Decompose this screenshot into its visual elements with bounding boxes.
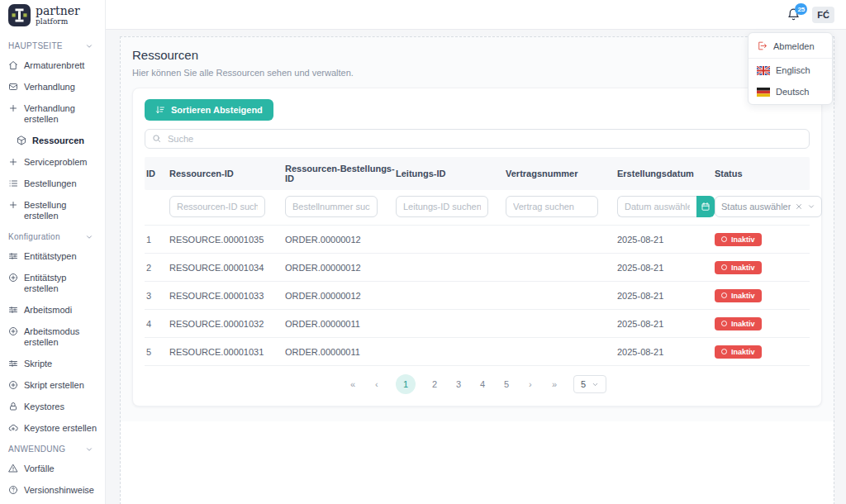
user-avatar[interactable]: FĆ <box>812 7 834 23</box>
pagination-page-4[interactable]: 4 <box>478 379 487 389</box>
page-title: Ressourcen <box>132 48 822 62</box>
cell-order-id: ORDER.00000011 <box>285 319 396 329</box>
notification-count-badge: 25 <box>795 3 807 15</box>
cell-id: 2 <box>145 263 169 273</box>
sidebar-item-ressourcen[interactable]: Ressourcen <box>8 136 105 146</box>
sidebar-item-keystores[interactable]: Keystores <box>8 402 105 412</box>
column-header-contract: Vertragsnummer <box>506 169 617 178</box>
sidebar-item-armaturenbrett[interactable]: Armaturenbrett <box>8 60 105 71</box>
sidebar-item-label: Skripte <box>24 359 52 369</box>
page-size-select[interactable]: 5 <box>573 375 606 393</box>
sidebar-item-bestellungen[interactable]: Bestellungen <box>8 178 105 189</box>
pagination-page-3[interactable]: 3 <box>454 379 463 389</box>
sidebar-item-label: Skript erstellen <box>24 380 84 391</box>
pagination-page-1[interactable]: 1 <box>396 374 416 394</box>
pagination-page-5[interactable]: 5 <box>501 379 511 389</box>
status-badge-label: Inaktiv <box>731 348 755 356</box>
sidebar-item-entitaetstyp-erstellen[interactable]: Entitätstyp erstellen <box>8 273 105 294</box>
main-content: Ressourcen Hier können Sie alle Ressourc… <box>106 30 846 504</box>
sort-descending-button[interactable]: Sortieren Absteigend <box>145 99 273 121</box>
sidebar-item-skripte[interactable]: Skripte <box>8 359 105 369</box>
brand-logo[interactable]: partner platform <box>8 4 105 26</box>
plus-icon <box>8 103 18 113</box>
table-row[interactable]: 1 RESOURCE.00001035 ORDER.00000012 2025-… <box>145 226 810 254</box>
pagination-page-2[interactable]: 2 <box>430 379 440 389</box>
logout-menu-item[interactable]: Abmelden <box>749 35 832 57</box>
sidebar-item-label: Ressourcen <box>32 136 84 146</box>
search-bar <box>145 129 810 149</box>
logout-icon <box>757 40 768 51</box>
status-badge-label: Inaktiv <box>731 235 755 244</box>
cloud-plus-icon <box>8 423 18 433</box>
sidebar-item-skript-erstellen[interactable]: Skript erstellen <box>8 380 105 391</box>
resource-id-filter-input[interactable] <box>169 196 265 217</box>
language-german-menu-item[interactable]: Deutsch <box>749 81 832 102</box>
inactive-ring-icon <box>721 264 727 270</box>
page-subtitle: Hier können Sie alle Ressourcen sehen un… <box>132 68 822 78</box>
table-row[interactable]: 5 RESOURCE.00001031 ORDER.00000011 2025-… <box>145 338 810 366</box>
table-row[interactable]: 4 RESOURCE.00001032 ORDER.00000011 2025-… <box>145 310 810 338</box>
sidebar-item-label: Keystore erstellen <box>24 423 97 434</box>
cell-created: 2025-08-21 <box>617 263 715 273</box>
sidebar-item-label: Keystores <box>24 402 64 412</box>
pagination: « ‹ 1 2 3 4 5 › » 5 <box>145 374 810 397</box>
sidebar-item-arbeitsmodi[interactable]: Arbeitsmodi <box>8 305 105 316</box>
logout-label: Abmelden <box>773 41 815 51</box>
clear-icon[interactable] <box>795 202 803 211</box>
search-input[interactable] <box>145 129 810 149</box>
plus-icon <box>8 157 18 167</box>
sidebar-item-verhandlung[interactable]: Verhandlung <box>8 82 105 93</box>
calendar-button[interactable] <box>696 196 715 217</box>
page-size-value: 5 <box>581 379 586 389</box>
pagination-first-button[interactable]: « <box>348 379 358 389</box>
pagination-last-button[interactable]: » <box>549 379 559 389</box>
sliders-icon <box>8 305 18 315</box>
sidebar-section-anwendung[interactable]: ANWENDUNG <box>8 445 105 454</box>
chevron-down-icon <box>592 381 599 388</box>
chevron-down-icon <box>85 233 93 241</box>
order-number-filter-input[interactable] <box>285 196 378 217</box>
sidebar-item-label: Entitätstypen <box>24 251 77 262</box>
main-column: 25 FĆ Abmelden Englisch De <box>106 0 846 504</box>
sidebar-section-konfiguration[interactable]: Konfiguration <box>8 232 105 241</box>
empty-content-area <box>121 421 834 504</box>
warning-icon <box>8 464 18 473</box>
inactive-ring-icon <box>721 321 727 326</box>
sidebar-item-label: Vorfälle <box>24 464 55 474</box>
sidebar-item-vorfaelle[interactable]: Vorfälle <box>8 464 105 474</box>
pagination-next-button[interactable]: › <box>525 379 535 389</box>
table-filter-row: Status auswählen <box>145 190 810 226</box>
pagination-prev-button[interactable]: ‹ <box>372 379 382 389</box>
sidebar-section-hauptseite[interactable]: HAUPTSEITE <box>8 41 105 50</box>
sidebar-item-keystore-erstellen[interactable]: Keystore erstellen <box>8 423 105 434</box>
sidebar-item-entitaetstypen[interactable]: Entitätstypen <box>8 251 105 262</box>
status-badge: Inaktiv <box>715 345 762 359</box>
sliders-icon <box>8 359 18 368</box>
table-row[interactable]: 3 RESOURCE.00001033 ORDER.00000012 2025-… <box>145 282 810 310</box>
column-header-id: ID <box>145 169 169 178</box>
cell-order-id: ORDER.00000012 <box>285 263 396 273</box>
inactive-ring-icon <box>721 349 727 354</box>
notifications-button[interactable]: 25 <box>787 7 801 21</box>
brand-logo-icon <box>8 4 31 26</box>
status-badge-label: Inaktiv <box>731 320 755 328</box>
menu-divider <box>749 58 832 59</box>
language-english-menu-item[interactable]: Englisch <box>749 59 832 81</box>
column-header-created: Erstellungsdatum <box>617 169 715 178</box>
table-row[interactable]: 2 RESOURCE.00001034 ORDER.00000012 2025-… <box>145 254 810 282</box>
line-id-filter-input[interactable] <box>396 196 488 217</box>
uk-flag-icon <box>757 66 770 75</box>
status-filter-select[interactable]: Status auswählen <box>715 196 822 217</box>
chevron-down-icon <box>85 445 93 454</box>
date-filter-input[interactable] <box>617 196 696 217</box>
sidebar-item-label: Bestellungen <box>24 178 77 189</box>
sidebar-item-bestellung-erstellen[interactable]: Bestellung erstellen <box>8 200 105 221</box>
sidebar-item-label: Entitätstyp erstellen <box>24 273 100 294</box>
sidebar-item-versionshinweise[interactable]: Versionshinweise <box>8 485 105 496</box>
sidebar-item-verhandlung-erstellen[interactable]: Verhandlung erstellen <box>8 103 105 125</box>
contract-filter-input[interactable] <box>506 196 598 217</box>
sidebar-item-arbeitsmodus-erstellen[interactable]: Arbeitsmodus erstellen <box>8 326 105 348</box>
sidebar-item-serviceproblem[interactable]: Serviceproblem <box>8 157 105 168</box>
chevron-down-icon <box>85 42 93 50</box>
cell-id: 3 <box>145 291 169 301</box>
